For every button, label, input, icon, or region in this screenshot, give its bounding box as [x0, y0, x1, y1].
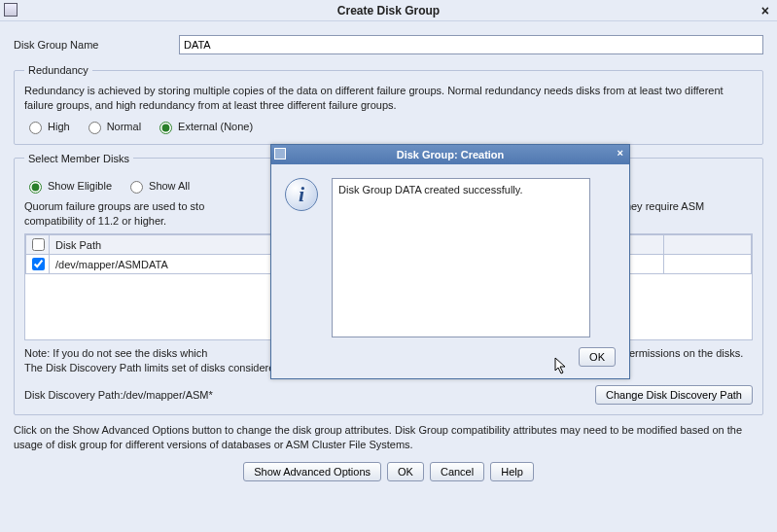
modal-body: i Disk Group DATA created successfully. — [271, 164, 629, 347]
dg-name-label: Disk Group Name — [14, 39, 179, 51]
redundancy-desc: Redundancy is achieved by storing multip… — [24, 84, 753, 113]
footer-buttons: Show Advanced Options OK Cancel Help — [14, 462, 763, 481]
row-checkbox[interactable] — [32, 258, 45, 270]
redundancy-legend: Redundancy — [24, 64, 92, 76]
redundancy-normal[interactable]: Normal — [84, 119, 141, 134]
radio-show-eligible[interactable] — [29, 181, 42, 194]
show-eligible[interactable]: Show Eligible — [24, 178, 112, 194]
cancel-button[interactable]: Cancel — [430, 462, 484, 481]
help-button[interactable]: Help — [490, 462, 534, 481]
change-discovery-button[interactable]: Change Disk Discovery Path — [595, 385, 753, 405]
modal-close-icon[interactable]: × — [618, 147, 623, 159]
radio-normal[interactable] — [88, 122, 101, 134]
redundancy-fieldset: Redundancy Redundancy is achieved by sto… — [14, 64, 763, 145]
show-eligible-label: Show Eligible — [48, 180, 112, 192]
creation-modal: Disk Group: Creation × i Disk Group DATA… — [270, 144, 630, 379]
dg-name-input[interactable] — [179, 35, 763, 54]
radio-high-label: High — [48, 121, 70, 132]
member-legend: Select Member Disks — [24, 153, 133, 164]
main-window-titlebar: Create Disk Group × — [0, 0, 777, 21]
modal-title: Disk Group: Creation — [397, 149, 505, 160]
ok-button[interactable]: OK — [387, 462, 424, 481]
redundancy-options: High Normal External (None) — [24, 119, 753, 134]
radio-external-label: External (None) — [178, 121, 253, 132]
close-icon[interactable]: × — [761, 3, 769, 18]
quorum-desc-a: Quorum failure groups are used to sto — [24, 200, 204, 212]
show-all[interactable]: Show All — [125, 178, 190, 194]
show-all-label: Show All — [149, 180, 190, 192]
modal-footer: OK — [271, 347, 629, 378]
modal-message: Disk Group DATA created successfully. — [332, 178, 590, 337]
dg-name-row: Disk Group Name — [14, 35, 763, 54]
discovery-row: Disk Discovery Path:/dev/mapper/ASM* Cha… — [24, 385, 753, 405]
col-extra-header — [664, 235, 752, 255]
show-advanced-button[interactable]: Show Advanced Options — [243, 462, 381, 481]
modal-titlebar: Disk Group: Creation × — [271, 145, 629, 164]
radio-normal-label: Normal — [107, 121, 141, 132]
window-title: Create Disk Group — [337, 4, 440, 18]
disks-note-a: Note: If you do not see the disks which — [24, 347, 207, 359]
redundancy-high[interactable]: High — [24, 119, 70, 134]
app-icon — [4, 3, 18, 17]
radio-high[interactable] — [29, 122, 42, 134]
select-all-checkbox[interactable] — [32, 238, 45, 251]
radio-external[interactable] — [159, 122, 172, 134]
info-icon: i — [285, 178, 318, 211]
discovery-path-label: Disk Discovery Path:/dev/mapper/ASM* — [24, 389, 213, 401]
redundancy-external[interactable]: External (None) — [155, 119, 253, 134]
radio-show-all[interactable] — [130, 181, 143, 194]
footer-note: Click on the Show Advanced Options butto… — [14, 423, 763, 452]
modal-app-icon — [274, 148, 286, 160]
modal-ok-button[interactable]: OK — [579, 347, 616, 367]
row-extra — [664, 255, 752, 274]
col-select-header[interactable] — [26, 235, 50, 255]
